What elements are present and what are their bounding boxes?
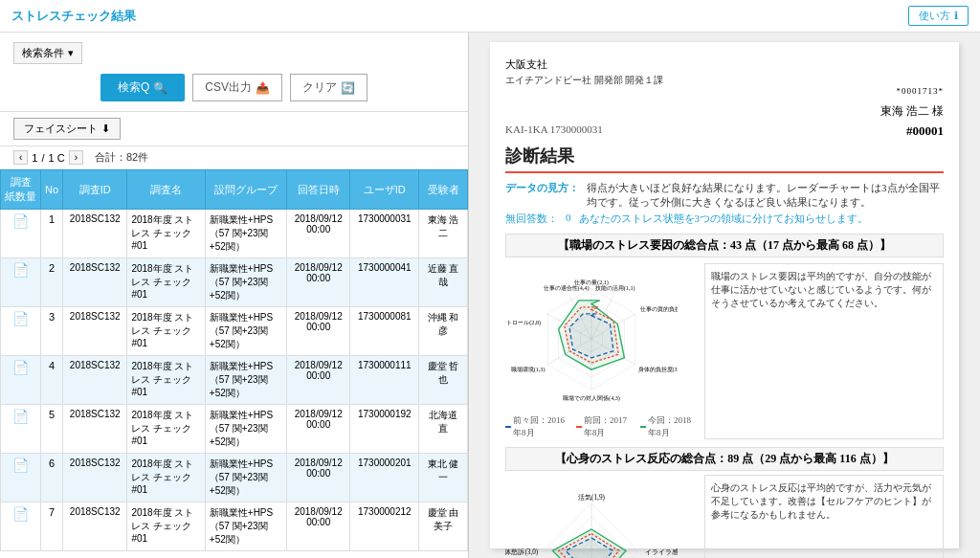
cell-date: 2018/09/12 00:00 (286, 356, 349, 405)
cell-group: 新職業性+HPS（57 関+23関+52関） (205, 405, 286, 454)
clear-button[interactable]: クリア 🔄 (290, 74, 368, 101)
main-content: 検索条件 ▾ 検索Q 🔍 CSV出力 📤 クリア 🔄 (0, 33, 980, 558)
cell-group: 新職業性+HPS（57 関+23関+52関） (205, 307, 286, 356)
cell-respondent: 慶堂 由美子 (419, 502, 468, 551)
cell-user-id: 1730000111 (350, 356, 419, 405)
legend-current: 今回：2018年8月 (640, 414, 697, 439)
cell-respondent: 沖縄 和彦 (419, 307, 468, 356)
next-page-button[interactable]: › (69, 150, 83, 165)
unanswered-label: 無回答数： (505, 212, 558, 226)
cell-survey-name: 2018年度 ストレス チェック#01 (127, 502, 205, 551)
cell-date: 2018/09/12 00:00 (286, 405, 349, 454)
col-header-group: 設問グループ (205, 170, 286, 210)
chart2-description: 心身のストレス反応は平均的ですが、活力や元気が不足しています。改善は【セルフケア… (704, 475, 944, 558)
legend-prev-prev: 前々回：2016年8月 (505, 414, 568, 439)
report-recipient: 東海 浩二 様 (505, 103, 944, 120)
cell-date: 2018/09/12 00:00 (286, 258, 349, 307)
cell-doc: 📄 (1, 307, 41, 356)
cell-respondent: 東北 健一 (419, 454, 468, 502)
cell-doc: 📄 (1, 258, 41, 307)
col-header-survey-name: 調査名 (127, 170, 205, 210)
table-row[interactable]: 📄 4 2018SC132 2018年度 ストレス チェック#01 新職業性+H… (1, 356, 468, 405)
cell-group: 新職業性+HPS（57 関+23関+52関） (205, 356, 286, 405)
svg-text:身体的負担度(3,5): 身体的負担度(3,5) (638, 366, 678, 373)
barcode: *0001713* (861, 57, 944, 96)
cell-doc: 📄 (1, 210, 41, 258)
search-button[interactable]: 検索Q 🔍 (100, 74, 185, 101)
cell-doc: 📄 (1, 356, 41, 405)
cell-survey-name: 2018年度 ストレス チェック#01 (127, 405, 205, 454)
cell-user-id: 1730000212 (350, 502, 419, 551)
table-row[interactable]: 📄 3 2018SC132 2018年度 ストレス チェック#01 新職業性+H… (1, 307, 468, 356)
svg-text:職場環境(1,3): 職場環境(1,3) (511, 366, 546, 373)
radar-chart-1: 仕事の量(2,1) 仕事の質的負担(2,8) 身体的負担度(3,5) 職場での対… (505, 263, 697, 439)
search-area: 検索条件 ▾ 検索Q 🔍 CSV出力 📤 クリア 🔄 (0, 33, 468, 112)
barcode-number: *0001713* (897, 86, 945, 96)
stress-status-link[interactable]: あなたのストレス状態を3つの領域に分けてお知らせします。 (579, 212, 869, 226)
cell-survey-name: 2018年度 ストレス チェック#01 (127, 307, 205, 356)
search-condition: 検索条件 ▾ (13, 42, 455, 64)
cell-survey-id: 2018SC132 (63, 307, 127, 356)
col-header-date: 回答日時 (286, 170, 349, 210)
chart1-section: 仕事の量(2,1) 仕事の質的負担(2,8) 身体的負担度(3,5) 職場での対… (505, 263, 944, 439)
diagnosis-title: 診断結果 (505, 145, 944, 173)
legend-current-label: 今回：2018年8月 (648, 414, 697, 439)
col-header-respondent: 受験者 (419, 170, 468, 210)
cell-survey-id: 2018SC132 (63, 356, 127, 405)
results-table: 調査紙数量 No 調査ID 調査名 設問グループ 回答日時 ユーザID 受験者 … (0, 169, 468, 551)
unanswered-row: 無回答数： 0 あなたのストレス状態を3つの領域に分けてお知らせします。 (505, 212, 944, 226)
download-icon: ⬇ (101, 123, 110, 135)
face-sheet-button[interactable]: フェイスシート ⬇ (13, 118, 121, 140)
prev-page-button[interactable]: ‹ (13, 150, 28, 165)
section1-title: 【職場のストレス要因の総合点：43 点（17 点から最高 68 点）】 (505, 234, 944, 257)
data-view-text: 得点が大きいほど良好な結果になります。レーダーチャートは3点が全国平均です。従っ… (587, 181, 944, 210)
left-panel: 検索条件 ▾ 検索Q 🔍 CSV出力 📤 クリア 🔄 (0, 33, 469, 558)
pagination: ‹ 1 / 1 C › 合計：82件 (0, 146, 468, 169)
chart1-description: 職場のストレス要因は平均的ですが、自分の技能が仕事に活かせていないと感じているよ… (704, 263, 944, 439)
table-row[interactable]: 📄 2 2018SC132 2018年度 ストレス チェック#01 新職業性+H… (1, 258, 468, 307)
cell-user-id: 1730000192 (350, 405, 419, 454)
cell-respondent: 東海 浩二 (419, 210, 468, 258)
svg-text:活気(1,9): 活気(1,9) (578, 494, 605, 502)
table-row[interactable]: 📄 7 2018SC132 2018年度 ストレス チェック#01 新職業性+H… (1, 502, 468, 551)
total-count: 合計：82件 (95, 150, 148, 165)
radar-svg-2: 活気(1,9) イライラ感(2,4) 疲労感 身体愁訴(3,0) (505, 475, 678, 558)
table-row[interactable]: 📄 1 2018SC132 2018年度 ストレス チェック#01 新職業性+H… (1, 210, 468, 258)
data-view-label: データの見方： (505, 181, 579, 210)
chart2-section: 活気(1,9) イライラ感(2,4) 疲労感 身体愁訴(3,0) 心身のストレス… (505, 475, 944, 558)
table-row[interactable]: 📄 5 2018SC132 2018年度 ストレス チェック#01 新職業性+H… (1, 405, 468, 454)
report-id-value: #00001 (906, 123, 944, 139)
chevron-down-icon: ▾ (68, 47, 74, 59)
cell-no: 3 (41, 307, 63, 356)
table-row[interactable]: 📄 6 2018SC132 2018年度 ストレス チェック#01 新職業性+H… (1, 454, 468, 502)
search-icon: 🔍 (153, 81, 167, 95)
cell-survey-id: 2018SC132 (63, 502, 127, 551)
cell-group: 新職業性+HPS（57 関+23関+52関） (205, 258, 286, 307)
cell-survey-id: 2018SC132 (63, 258, 127, 307)
cell-no: 5 (41, 405, 63, 454)
cell-survey-name: 2018年度 ストレス チェック#01 (127, 210, 205, 258)
svg-text:仕事の質的負担(2,8): 仕事の質的負担(2,8) (639, 306, 678, 313)
svg-text:仕事の適合性(4,4): 仕事の適合性(4,4) (543, 284, 590, 292)
cell-doc: 📄 (1, 405, 41, 454)
usage-button[interactable]: 使い方 ℹ (908, 6, 969, 26)
info-icon: ℹ (954, 10, 958, 22)
report-company-info: 大阪支社 エイチアンドビー社 開発部 開発１課 (505, 57, 663, 87)
cell-survey-id: 2018SC132 (63, 405, 127, 454)
last-page: 1 C (49, 152, 65, 164)
barcode-image (861, 57, 944, 86)
cell-no: 6 (41, 454, 63, 502)
report-id-row: KAI-1KA 1730000031 #00001 (505, 123, 944, 139)
report-header: 大阪支社 エイチアンドビー社 開発部 開発１課 (505, 57, 944, 96)
csv-export-button[interactable]: CSV出力 📤 (192, 74, 282, 101)
report-page: 大阪支社 エイチアンドビー社 開発部 開発１課 (490, 42, 959, 548)
cell-date: 2018/09/12 00:00 (286, 210, 349, 258)
legend-prev: 前回：2017年8月 (576, 414, 633, 439)
svg-text:身体愁訴(3,0): 身体愁訴(3,0) (505, 548, 539, 556)
cell-user-id: 1730000201 (350, 454, 419, 502)
search-condition-button[interactable]: 検索条件 ▾ (13, 42, 82, 64)
current-page: 1 (32, 152, 37, 164)
cell-user-id: 1730000041 (350, 258, 419, 307)
svg-text:仕事のコントロール(2,8): 仕事のコントロール(2,8) (505, 320, 541, 326)
cell-doc: 📄 (1, 454, 41, 502)
